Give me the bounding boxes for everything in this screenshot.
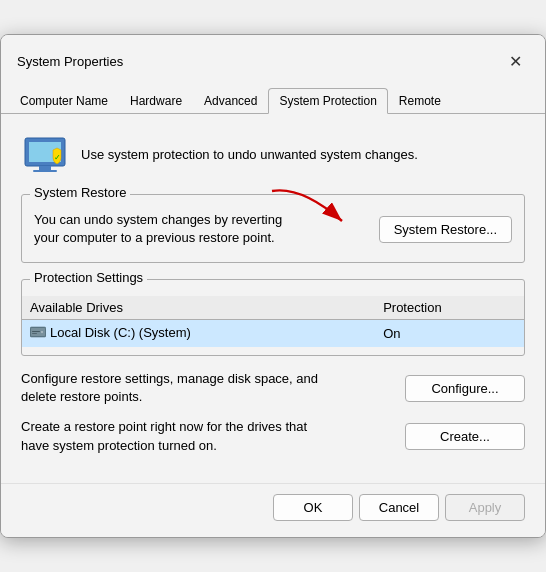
tab-system-protection[interactable]: System Protection: [268, 88, 387, 114]
svg-text:✓: ✓: [54, 153, 61, 162]
configure-description: Configure restore settings, manage disk …: [21, 370, 395, 406]
table-row[interactable]: Local Disk (C:) (System) On: [22, 319, 524, 347]
close-button[interactable]: ✕: [501, 47, 529, 75]
protection-settings-label: Protection Settings: [30, 270, 147, 285]
tab-remote[interactable]: Remote: [388, 88, 452, 114]
create-button[interactable]: Create...: [405, 423, 525, 450]
system-protection-icon: ✓: [21, 130, 69, 178]
svg-rect-9: [32, 331, 40, 332]
svg-rect-2: [39, 166, 51, 170]
apply-button[interactable]: Apply: [445, 494, 525, 521]
configure-button[interactable]: Configure...: [405, 375, 525, 402]
tab-content: ✓ Use system protection to undo unwanted…: [1, 114, 545, 483]
create-row: Create a restore point right now for the…: [21, 418, 525, 454]
cancel-button[interactable]: Cancel: [359, 494, 439, 521]
window-title: System Properties: [17, 54, 123, 69]
col-protection: Protection: [375, 296, 524, 320]
tab-hardware[interactable]: Hardware: [119, 88, 193, 114]
drive-name: Local Disk (C:) (System): [22, 319, 375, 347]
header-section: ✓ Use system protection to undo unwanted…: [21, 130, 525, 178]
drives-table: Available Drives Protection: [22, 296, 524, 348]
tab-advanced[interactable]: Advanced: [193, 88, 268, 114]
dialog-footer: OK Cancel Apply: [1, 483, 545, 537]
ok-button[interactable]: OK: [273, 494, 353, 521]
system-properties-dialog: System Properties ✕ Computer Name Hardwa…: [0, 34, 546, 538]
system-restore-label: System Restore: [30, 185, 130, 200]
system-restore-button[interactable]: System Restore...: [379, 216, 512, 243]
tab-computer-name[interactable]: Computer Name: [9, 88, 119, 114]
hdd-icon: [30, 325, 46, 339]
col-available-drives: Available Drives: [22, 296, 375, 320]
drive-protection-status: On: [375, 319, 524, 347]
svg-rect-3: [33, 170, 57, 172]
restore-section: You can undo system changes by reverting…: [34, 211, 512, 247]
title-bar: System Properties ✕: [1, 35, 545, 75]
svg-rect-10: [32, 333, 37, 334]
header-description: Use system protection to undo unwanted s…: [81, 147, 418, 162]
create-description: Create a restore point right now for the…: [21, 418, 395, 454]
system-restore-group: System Restore You can undo system chang…: [21, 194, 525, 262]
protection-settings-group: Protection Settings Available Drives Pro…: [21, 279, 525, 357]
svg-point-8: [41, 331, 44, 334]
configure-row: Configure restore settings, manage disk …: [21, 370, 525, 406]
restore-description: You can undo system changes by reverting…: [34, 211, 369, 247]
tab-bar: Computer Name Hardware Advanced System P…: [1, 79, 545, 114]
